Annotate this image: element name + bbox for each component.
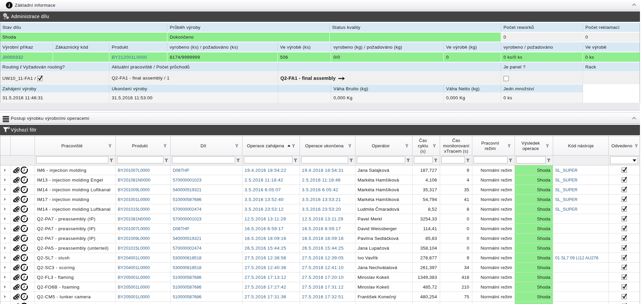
svg-text:i: i bbox=[8, 3, 10, 8]
